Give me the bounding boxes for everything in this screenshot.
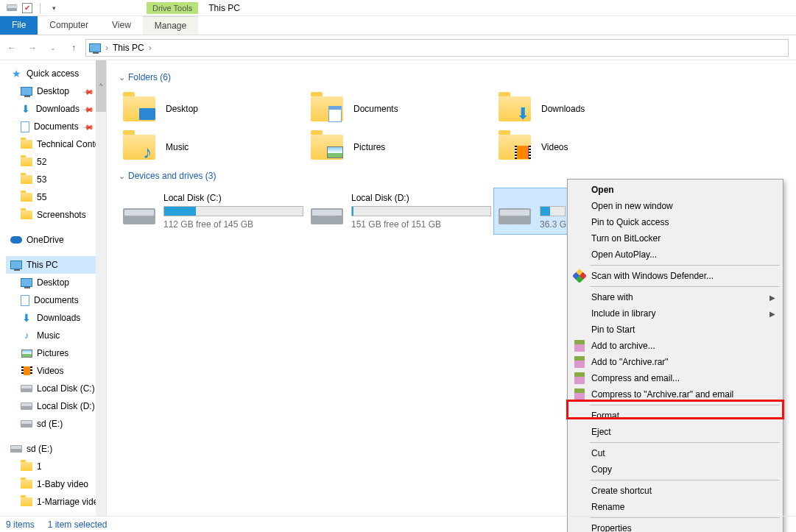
nav-qa-52[interactable]: 52	[6, 153, 105, 171]
up-button[interactable]: ↑	[65, 39, 82, 57]
nav-label: Downloads	[37, 313, 80, 323]
nav-qa-53[interactable]: 53	[6, 171, 105, 188]
nav-pc-diskd[interactable]: Local Disk (D:)	[6, 397, 105, 415]
nav-sd-1[interactable]: 1	[6, 458, 105, 475]
nav-qa-55[interactable]: 55	[6, 188, 105, 206]
ctx-include-library[interactable]: Include in library▶	[569, 305, 781, 322]
nav-onedrive[interactable]: OneDrive	[6, 231, 105, 249]
checkmark-icon[interactable]: ✔	[22, 3, 32, 13]
breadcrumb-thispc[interactable]: This PC	[113, 43, 144, 53]
nav-pc-pictures[interactable]: Pictures	[6, 344, 105, 362]
folder-documents[interactable]: Documents	[306, 90, 494, 128]
folder-downloads[interactable]: ⬇Downloads	[494, 90, 682, 128]
ctx-format[interactable]: Format...	[569, 408, 781, 424]
nav-qa-downloads[interactable]: ⬇Downloads📌	[6, 100, 105, 118]
tab-manage[interactable]: Manage	[143, 16, 198, 35]
chevron-right-icon[interactable]: ›	[105, 43, 108, 53]
ctx-defender[interactable]: Scan with Windows Defender...	[569, 268, 781, 284]
ctx-cut[interactable]: Cut	[569, 445, 781, 461]
nav-sd-marriage[interactable]: 1-Marriage video	[6, 493, 105, 511]
ctx-eject[interactable]: Eject	[569, 424, 781, 440]
breadcrumb-label: This PC	[113, 43, 144, 53]
drive-c[interactable]: Local Disk (C:) 112 GB free of 145 GB	[119, 188, 306, 234]
documents-icon	[21, 121, 29, 132]
ctx-open[interactable]: Open	[569, 182, 781, 198]
ctx-add-archive[interactable]: Add to archive...	[569, 338, 781, 354]
tab-file[interactable]: File	[0, 16, 38, 35]
ctx-add-archive-rar[interactable]: Add to "Archive.rar"	[569, 354, 781, 370]
context-menu[interactable]: Open Open in new window Pin to Quick acc…	[567, 179, 783, 532]
qat-dropdown-icon[interactable]: ▾	[48, 2, 60, 14]
nav-qa-desktop[interactable]: Desktop📌	[6, 82, 105, 100]
folder-icon	[21, 138, 32, 150]
ctx-pin-start[interactable]: Pin to Start	[569, 322, 781, 338]
drive-icon	[10, 443, 22, 455]
drive-d[interactable]: Local Disk (D:) 151 GB free of 151 GB	[306, 188, 494, 234]
nav-pc-desktop[interactable]: Desktop	[6, 274, 105, 291]
tab-view[interactable]: View	[100, 16, 143, 35]
nav-sd-baby[interactable]: 1-Baby video	[6, 475, 105, 493]
ctx-separator	[590, 442, 780, 443]
address-bar[interactable]: › This PC ›	[85, 39, 789, 57]
folder-desktop[interactable]: Desktop	[119, 90, 306, 128]
ctx-label: Format...	[591, 411, 627, 421]
tab-computer[interactable]: Computer	[38, 16, 100, 35]
address-bar-row: ← → ⌄ ↑ › This PC ›	[0, 35, 796, 60]
ctx-label: Compress and email...	[591, 373, 680, 383]
scrollbar-thumb[interactable]: ^	[96, 60, 106, 112]
nav-sd-drive[interactable]: sd (E:)	[6, 440, 105, 458]
nav-scrollbar[interactable]: ^	[96, 60, 106, 516]
folder-label: Music	[166, 142, 189, 152]
download-icon: ⬇	[21, 312, 32, 324]
chevron-right-icon[interactable]: ›	[149, 43, 152, 53]
nav-label: Documents	[34, 121, 79, 132]
ctx-pin-quick-access[interactable]: Pin to Quick access	[569, 214, 781, 230]
back-button[interactable]: ←	[3, 39, 21, 57]
ctx-rename[interactable]: Rename	[569, 499, 781, 515]
ctx-share-with[interactable]: Share with▶	[569, 289, 781, 305]
folder-pictures[interactable]: Pictures	[306, 128, 494, 166]
nav-pc-documents[interactable]: Documents	[6, 291, 105, 309]
ctx-label: Include in library	[591, 308, 655, 319]
nav-pc-diskc[interactable]: Local Disk (C:)	[6, 380, 105, 397]
drive-tools-tab-label[interactable]: Drive Tools	[147, 2, 198, 14]
folder-icon	[21, 478, 32, 490]
nav-qa-documents[interactable]: Documents📌	[6, 118, 105, 135]
drive-icon	[21, 418, 32, 430]
navigation-pane[interactable]: ★Quick access Desktop📌 ⬇Downloads📌 Docum…	[0, 60, 107, 516]
nav-label: Desktop	[37, 86, 69, 96]
ctx-create-shortcut[interactable]: Create shortcut	[569, 483, 781, 499]
ctx-label: Open AutoPlay...	[591, 249, 657, 260]
nav-quick-access[interactable]: ★Quick access	[6, 65, 105, 82]
nav-pc-music[interactable]: ♪Music	[6, 327, 105, 344]
status-selection-count: 1 item selected	[48, 519, 108, 530]
nav-qa-screenshots[interactable]: Screenshots	[6, 206, 105, 224]
nav-label: 52	[37, 157, 46, 167]
ctx-autoplay[interactable]: Open AutoPlay...	[569, 247, 781, 263]
folder-label: Downloads	[541, 104, 585, 114]
nav-pc-downloads[interactable]: ⬇Downloads	[6, 309, 105, 327]
properties-icon[interactable]	[6, 2, 18, 14]
nav-label: 1-Marriage video	[37, 497, 103, 507]
nav-pc-videos[interactable]: Videos	[6, 362, 105, 380]
folder-music[interactable]: ♪Music	[119, 128, 306, 166]
group-header-folders[interactable]: ⌄Folders (6)	[119, 72, 796, 82]
folder-videos[interactable]: Videos	[494, 128, 682, 166]
nav-this-pc[interactable]: This PC	[6, 256, 105, 274]
ctx-compress-email[interactable]: Compress and email...	[569, 370, 781, 386]
submenu-arrow-icon: ▶	[769, 310, 775, 318]
nav-pc-sd[interactable]: sd (E:)	[6, 415, 105, 433]
ctx-label: Share with	[591, 292, 633, 302]
defender-icon	[573, 269, 586, 283]
nav-label: sd (E:)	[27, 444, 52, 454]
ctx-copy[interactable]: Copy	[569, 461, 781, 478]
status-bar: 9 items 1 item selected	[0, 516, 796, 532]
ctx-compress-rar-email[interactable]: Compress to "Archive.rar" and email	[569, 386, 781, 402]
recent-dropdown[interactable]: ⌄	[44, 39, 62, 57]
ctx-bitlocker[interactable]: Turn on BitLocker	[569, 230, 781, 247]
forward-button[interactable]: →	[24, 39, 41, 57]
drive-label: Local Disk (D:)	[351, 193, 491, 203]
ctx-label: Pin to Start	[591, 324, 635, 335]
nav-qa-technical[interactable]: Technical Content📌	[6, 135, 105, 153]
ctx-open-new-window[interactable]: Open in new window	[569, 198, 781, 214]
